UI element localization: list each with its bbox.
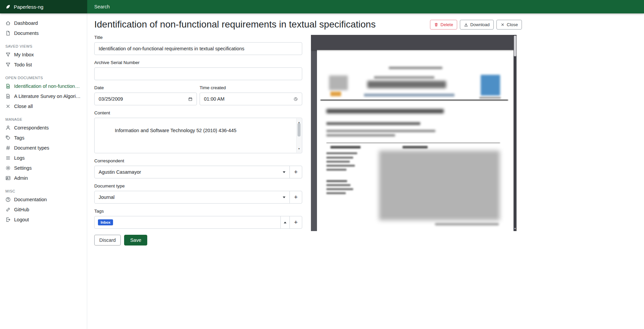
add-correspondent-button[interactable]: + — [289, 166, 302, 178]
sidebar-item-open-document-1[interactable]: Identification of non-functional require… — [0, 81, 87, 91]
sidebar-item-logout[interactable]: Logout — [0, 215, 87, 225]
document-type-field-label: Document type — [94, 183, 302, 188]
sidebar-section-open-documents: OPEN DOCUMENTS — [5, 76, 82, 80]
person-icon — [5, 125, 11, 130]
archive-serial-number-input[interactable] — [94, 67, 302, 80]
content-scrollbar[interactable]: ▲ ▼ — [296, 118, 302, 153]
correspondent-select[interactable]: Agustin Casamayor — [94, 166, 290, 178]
pdf-blur-block — [326, 130, 435, 132]
chevron-down-icon — [283, 197, 285, 198]
pdf-blur-block — [479, 97, 501, 99]
correspondent-field-label: Correspondent — [94, 158, 302, 163]
sidebar-section-saved-views: SAVED VIEWS — [5, 44, 82, 48]
app-brand[interactable]: Paperless-ng — [0, 0, 87, 13]
sidebar-item-tags[interactable]: Tags — [0, 133, 87, 143]
add-tag-button[interactable]: + — [289, 216, 302, 229]
close-button[interactable]: Close — [496, 20, 522, 30]
plus-icon: + — [294, 194, 298, 201]
sidebar-item-close-all[interactable]: Close all — [0, 101, 87, 111]
date-input[interactable]: 03/25/2009 — [94, 93, 197, 105]
save-button[interactable]: Save — [124, 235, 147, 245]
sidebar-item-label: Todo list — [14, 62, 32, 67]
sidebar-item-label: Tags — [14, 135, 24, 141]
tag-badge-inbox[interactable]: Inbox — [98, 219, 113, 225]
sidebar-item-my-inbox[interactable]: My Inbox — [0, 50, 87, 60]
title-input[interactable] — [94, 42, 302, 55]
sidebar-item-documents[interactable]: Documents — [0, 28, 87, 38]
pdf-blur-block — [389, 67, 442, 69]
scrollbar-thumb[interactable] — [298, 123, 301, 136]
chevron-down-icon — [283, 171, 285, 173]
pdf-blur-block — [326, 184, 351, 186]
pdf-blur-block — [326, 143, 500, 143]
tags-input[interactable]: Inbox — [94, 216, 281, 229]
pdf-blur-block — [374, 76, 434, 79]
pdf-blur-block — [330, 92, 341, 96]
funnel-icon — [5, 52, 11, 57]
file-text-icon — [5, 94, 11, 99]
sidebar-item-logs[interactable]: Logs — [0, 153, 87, 163]
close-icon — [500, 22, 505, 27]
sidebar-item-label: A Literature Survey on Algorithms for Mu… — [14, 94, 82, 99]
download-button-label: Download — [470, 22, 490, 27]
sidebar-item-label: Correspondents — [14, 125, 49, 130]
pdf-blur-block — [330, 146, 361, 149]
add-document-type-button[interactable]: + — [289, 191, 302, 204]
pdf-blur-block — [326, 134, 395, 136]
sidebar-item-todo-list[interactable]: Todo list — [0, 60, 87, 70]
document-type-select[interactable]: Journal — [94, 191, 290, 204]
tags-dropdown-toggle-button[interactable] — [280, 216, 290, 229]
sidebar-item-github[interactable]: GitHub — [0, 205, 87, 215]
sidebar-item-label: Settings — [14, 165, 32, 171]
sidebar-item-label: Close all — [14, 104, 33, 109]
pdf-scrollbar-thumb[interactable] — [514, 36, 516, 56]
sidebar-item-label: Document types — [14, 145, 49, 151]
pdf-blur-block — [326, 157, 353, 159]
scroll-down-arrow-icon[interactable]: ▼ — [298, 146, 300, 152]
sidebar-item-label: GitHub — [14, 207, 29, 212]
calendar-icon[interactable] — [188, 97, 193, 101]
pdf-blur-block — [320, 100, 508, 101]
document-type-selected-value: Journal — [99, 195, 115, 200]
pdf-scroll-down-arrow-icon[interactable]: ▼ — [514, 227, 517, 230]
sidebar-item-label: Identification of non-functional require… — [14, 84, 82, 89]
pdf-scrollbar[interactable]: ▼ — [514, 35, 517, 231]
delete-button-label: Delete — [440, 22, 453, 27]
pdf-blur-block — [326, 192, 346, 194]
clock-icon[interactable] — [293, 97, 298, 101]
topbar: Paperless-ng — [0, 0, 644, 13]
delete-button[interactable]: Delete — [430, 20, 457, 30]
house-icon — [5, 20, 11, 26]
list-icon — [5, 155, 11, 161]
download-button[interactable]: Download — [460, 20, 494, 30]
caret-up-icon — [284, 222, 286, 223]
brand-name: Paperless-ng — [14, 4, 43, 10]
sidebar-item-label: Documentation — [14, 197, 47, 202]
pdf-viewer-toolbar[interactable] — [311, 35, 517, 50]
pdf-blur-block — [326, 188, 353, 190]
pdf-page — [317, 50, 514, 231]
sidebar-item-settings[interactable]: Settings — [0, 163, 87, 173]
close-icon — [5, 104, 11, 109]
header-actions: Delete Download Close — [430, 20, 522, 30]
content-textarea[interactable]: Information and Software Technology 52 (… — [94, 118, 302, 153]
search-input[interactable] — [94, 4, 309, 9]
pdf-blur-block — [326, 152, 357, 154]
sidebar-item-open-document-2[interactable]: A Literature Survey on Algorithms for Mu… — [0, 91, 87, 101]
funnel-icon — [5, 62, 11, 67]
sidebar-item-document-types[interactable]: Document types — [0, 143, 87, 153]
hash-icon — [5, 145, 11, 151]
sidebar-item-admin[interactable]: Admin — [0, 173, 87, 183]
paperless-logo-icon — [5, 4, 11, 9]
file-icon — [5, 31, 11, 36]
sidebar-item-correspondents[interactable]: Correspondents — [0, 123, 87, 133]
pdf-preview[interactable]: ▼ — [311, 35, 517, 231]
sidebar-item-dashboard[interactable]: Dashboard — [0, 18, 87, 28]
sidebar-item-documentation[interactable]: Documentation — [0, 195, 87, 205]
download-icon — [464, 22, 468, 27]
sidebar-item-label: Logs — [14, 155, 24, 161]
pdf-blur-block — [367, 81, 446, 88]
time-created-input[interactable]: 01:00 AM — [200, 93, 302, 105]
sidebar-item-label: Documents — [14, 31, 39, 36]
discard-button[interactable]: Discard — [94, 235, 121, 245]
